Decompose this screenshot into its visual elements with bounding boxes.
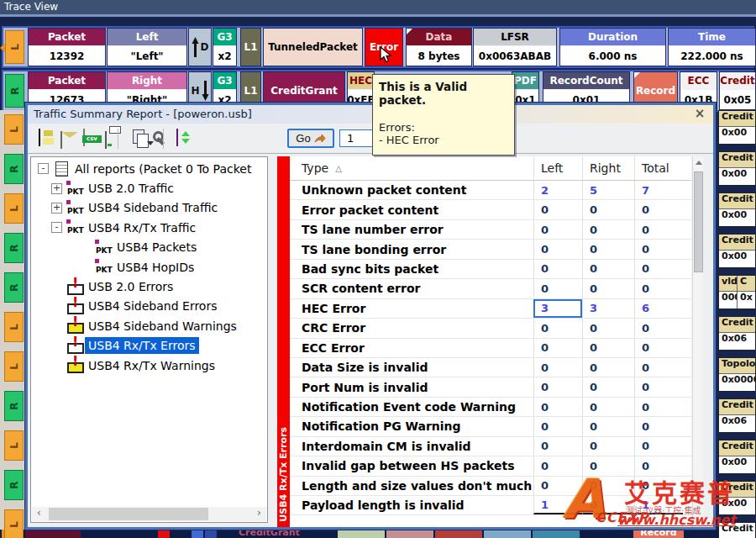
tree-item[interactable]: - All reports (Packet 0 To Packet	[31, 159, 267, 178]
right-count-cell[interactable]: 0	[582, 319, 634, 337]
csv-export-icon[interactable]: csv	[83, 129, 85, 146]
scroll-up-icon[interactable]	[693, 156, 704, 168]
right-count-cell[interactable]: 0	[582, 260, 634, 278]
trace-link-tab[interactable]: L	[4, 114, 24, 145]
right-count-cell[interactable]: 0	[582, 496, 634, 514]
left-count-cell[interactable]: 0	[533, 477, 582, 495]
left-count-cell[interactable]: 0	[533, 339, 582, 357]
right-count-cell[interactable]: 3	[582, 299, 634, 318]
table-vertical-scrollbar[interactable]	[692, 156, 703, 527]
table-row[interactable]: Unknown packet content 2 5 7	[290, 181, 691, 200]
left-count-cell[interactable]: 0	[533, 358, 582, 377]
scrollbar-thumb[interactable]	[49, 508, 208, 520]
table-row[interactable]: HEC Error 3 3 6	[290, 299, 691, 319]
right-count-cell[interactable]: 0	[582, 220, 634, 239]
row1-link-cell[interactable]: Left "Left"	[107, 28, 187, 66]
total-count-cell[interactable]: 0	[634, 417, 683, 435]
total-count-cell[interactable]: 1	[634, 496, 683, 514]
right-count-cell[interactable]: 0	[582, 477, 634, 495]
right-count-cell[interactable]: 0	[582, 398, 634, 416]
left-count-cell[interactable]: 2	[533, 181, 582, 199]
tree-item[interactable]: PKT USB4 Packets	[31, 238, 267, 257]
trace-link-tab[interactable]: R	[4, 233, 24, 263]
row1-direction-cell[interactable]: D	[188, 28, 212, 66]
table-row[interactable]: TS lane number error 0 0 0	[290, 220, 691, 240]
table-row[interactable]: Notification Event code Warning 0 0 0	[290, 398, 691, 417]
column-header-total[interactable]: Total	[634, 156, 683, 180]
tree-item[interactable]: PKT USB4 HopIDs	[31, 257, 267, 277]
total-count-cell[interactable]: 0	[634, 437, 683, 456]
dialog-titlebar[interactable]: Traffic Summary Report - [poweron.usb] ×	[28, 105, 713, 124]
right-count-cell[interactable]: 0	[582, 377, 634, 396]
email-export-icon[interactable]	[60, 131, 62, 149]
tree-item[interactable]: USB 2.0 Errors	[31, 277, 267, 296]
table-row[interactable]: TS lane bonding error 0 0 0	[290, 240, 691, 259]
trace-field-cell[interactable]: vldC 0000x	[718, 275, 756, 309]
left-count-cell[interactable]: 0	[533, 240, 582, 258]
go-button[interactable]: Go	[287, 129, 334, 148]
total-count-cell[interactable]: 0	[634, 456, 683, 475]
row2-credit-cell[interactable]: Credit 0x05	[719, 71, 756, 110]
right-count-cell[interactable]: 0	[582, 240, 634, 258]
row1-packet-cell[interactable]: Packet 12392	[28, 28, 106, 66]
right-count-cell[interactable]: 0	[582, 437, 634, 456]
column-header-left[interactable]: Left	[533, 156, 582, 180]
left-count-cell[interactable]: 0	[533, 456, 582, 475]
trace-field-cell[interactable]: Credit	[718, 522, 756, 538]
trace-field-cell[interactable]: Credit 0x00	[718, 440, 756, 474]
tree-item[interactable]: USB4 Rx/Tx Warnings	[31, 356, 267, 375]
row1-link-tab[interactable]: L	[5, 30, 24, 64]
total-count-cell[interactable]: 0	[634, 358, 683, 377]
right-count-cell[interactable]: 0	[582, 339, 634, 357]
left-count-cell[interactable]: 0	[533, 260, 582, 278]
trace-link-tab[interactable]: L	[4, 351, 24, 382]
trace-field-cell[interactable]: Credit 0x06	[718, 398, 756, 433]
table-row[interactable]: Interdomain CM is invalid 0 0 0	[290, 437, 691, 456]
tree-item[interactable]: + PKT USB 2.0 Traffic	[31, 178, 267, 198]
expand-all-icon[interactable]	[176, 129, 178, 146]
tree-item[interactable]: USB4 Sideband Warnings	[31, 316, 267, 335]
total-count-cell[interactable]: 0	[634, 477, 683, 495]
trace-field-cell[interactable]: Topology 0x0000	[718, 357, 756, 392]
trace-link-tab[interactable]: R	[4, 154, 24, 184]
left-count-cell[interactable]: 0	[533, 200, 582, 219]
table-row[interactable]: Length and size values don't much 0 0 0	[290, 477, 691, 496]
right-count-cell[interactable]: 0	[582, 200, 634, 219]
total-count-cell[interactable]: 0	[634, 260, 683, 278]
row1-data-cell[interactable]: Data 8 bytes	[406, 28, 472, 66]
row2-link-tab[interactable]: R	[5, 74, 24, 108]
save-icon[interactable]	[39, 129, 40, 146]
total-count-cell[interactable]: 0	[634, 200, 683, 219]
table-header[interactable]: Type △ Left Right Total	[290, 156, 691, 181]
table-row[interactable]: Error packet content 0 0 0	[290, 200, 691, 219]
close-icon[interactable]: ×	[692, 106, 707, 121]
right-count-cell[interactable]: 0	[582, 417, 634, 435]
tree-item[interactable]: + PKT USB4 Sideband Traffic	[31, 198, 267, 218]
left-count-cell[interactable]: 0	[533, 398, 582, 416]
left-count-cell[interactable]: 0	[533, 220, 582, 239]
left-count-cell[interactable]: 3	[533, 299, 582, 318]
left-count-cell[interactable]: 0	[533, 319, 582, 337]
column-header-right[interactable]: Right	[582, 156, 634, 180]
total-count-cell[interactable]: 0	[634, 279, 683, 298]
row1-time-cell[interactable]: Time 222.000 ns	[668, 28, 756, 66]
table-row[interactable]: Payload length is invalid 1 0 1	[290, 496, 691, 515]
total-count-cell[interactable]: 0	[634, 220, 683, 239]
total-count-cell[interactable]: 0	[634, 240, 683, 258]
tree-expander[interactable]: -	[38, 163, 49, 174]
trace-field-cell[interactable]: Credit 0x00	[718, 151, 756, 186]
trace-link-tab[interactable]: L	[4, 312, 24, 342]
table-row[interactable]: Port Num is invalid 0 0 0	[290, 377, 691, 397]
total-count-cell[interactable]: 7	[634, 181, 683, 199]
tree-item[interactable]: USB4 Rx/Tx Errors	[31, 336, 267, 356]
row1-duration-cell[interactable]: Duration 6.000 ns	[559, 28, 666, 66]
left-count-cell[interactable]: 0	[533, 417, 582, 435]
scrollbar-track[interactable]	[46, 507, 252, 521]
tree-item[interactable]: USB4 Sideband Errors	[31, 297, 267, 316]
trace-field-cell[interactable]: Credit 0x00	[718, 193, 756, 227]
trace-link-tab[interactable]: L	[4, 509, 24, 538]
trace-field-cell[interactable]: Credit 0x00	[718, 110, 756, 145]
tree-expander[interactable]: +	[51, 203, 62, 214]
trace-link-tab[interactable]: R	[4, 391, 24, 421]
trace-link-tab[interactable]: L	[4, 193, 24, 224]
